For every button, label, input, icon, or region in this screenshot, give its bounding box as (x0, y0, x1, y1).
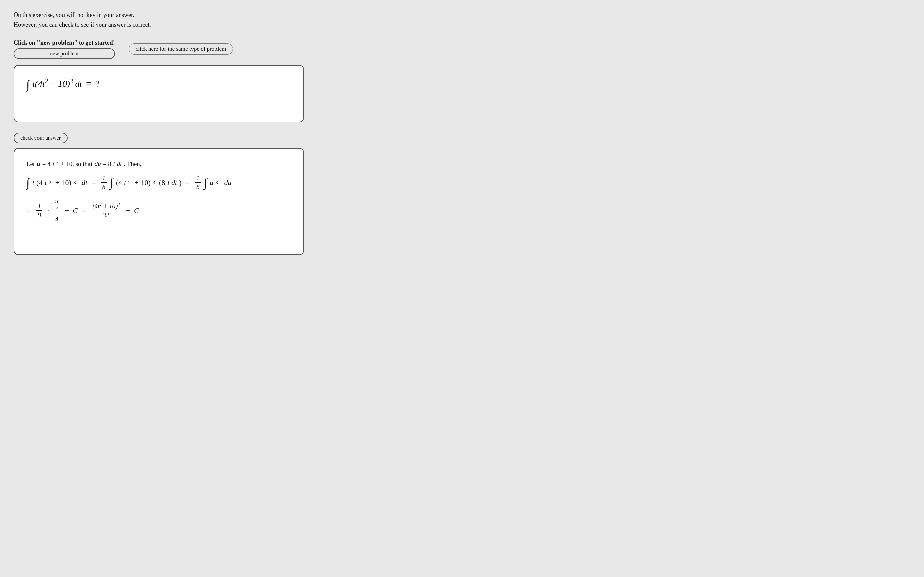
integral-step2: = 1 8 · u4 4 + C = (4t2 + 10)4 32 + C (26, 198, 291, 223)
same-type-button[interactable]: click here for the same type of problem (129, 43, 233, 55)
intro-text: On this exercise, you will not key in yo… (13, 10, 911, 30)
check-answer-button[interactable]: check your answer (13, 132, 68, 143)
intro-line1: On this exercise, you will not key in yo… (13, 10, 911, 20)
new-problem-button[interactable]: new problem (13, 48, 115, 59)
problem-box: ∫ t(4t2 + 10)3 dt = ? (13, 65, 304, 122)
intro-line2: However, you can check to see if your an… (13, 20, 911, 30)
integral-step1: ∫ t(4t2 + 10)3 dt = 1 8 ∫ (4t2 + 10)3 (8… (26, 174, 291, 191)
answer-box: Let u = 4t2 + 10, so that du = 8t dt. Th… (13, 148, 304, 255)
problem-math: ∫ t(4t2 + 10)3 dt = ? (26, 76, 291, 92)
let-statement: Let u = 4t2 + 10, so that du = 8t dt. Th… (26, 158, 291, 171)
new-problem-prompt: Click on "new problem" to get started! (13, 39, 115, 46)
